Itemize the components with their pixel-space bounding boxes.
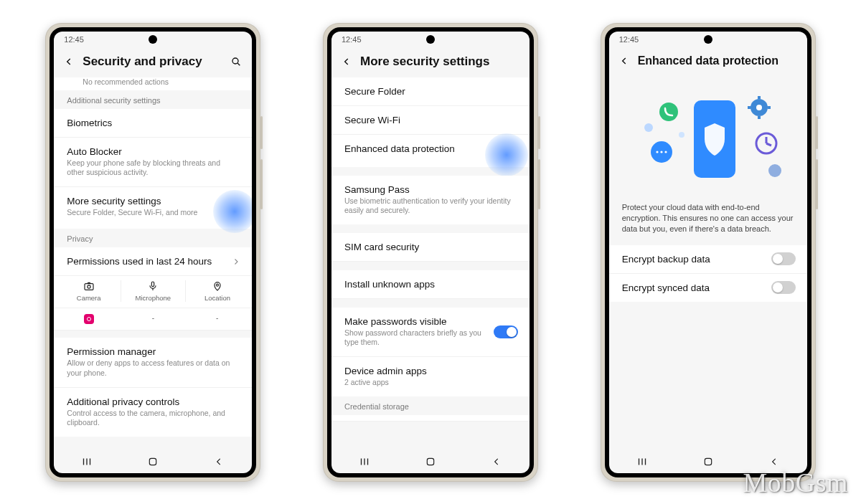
back-icon[interactable] xyxy=(342,57,352,67)
svg-point-30 xyxy=(644,123,653,132)
svg-point-31 xyxy=(679,132,684,138)
back-icon[interactable] xyxy=(619,56,629,66)
item-samsung-pass[interactable]: Samsung Pass Use biometric authenticatio… xyxy=(331,176,530,224)
permissions-columns: Camera Microphone Location xyxy=(54,276,252,308)
app-bar: Enhanced data protection xyxy=(609,47,807,76)
front-camera xyxy=(426,35,435,44)
svg-point-29 xyxy=(664,151,667,153)
item-auto-blocker[interactable]: Auto Blocker Keep your phone safe by blo… xyxy=(54,138,252,187)
item-secure-folder[interactable]: Secure Folder xyxy=(331,77,530,106)
nav-back-icon[interactable] xyxy=(767,457,781,467)
content-scroll[interactable]: Protect your cloud data with end-to-end … xyxy=(609,76,807,450)
nav-back-icon[interactable] xyxy=(489,457,504,467)
item-biometrics[interactable]: Biometrics xyxy=(54,109,252,138)
item-permissions-24h[interactable]: Permissions used in last 24 hours xyxy=(54,247,252,276)
content-scroll[interactable]: Secure Folder Secure Wi-Fi Enhanced data… xyxy=(331,77,530,450)
nav-recents-icon[interactable] xyxy=(357,455,372,468)
permissions-apps-row: - - xyxy=(54,308,252,331)
location-icon xyxy=(212,280,223,292)
status-time: 12:45 xyxy=(64,35,84,44)
status-bar: 12:45 xyxy=(54,32,252,47)
page-title: More security settings xyxy=(360,54,519,69)
page-title: Security and privacy xyxy=(83,54,222,69)
svg-point-28 xyxy=(660,151,662,153)
perm-camera-label: Camera xyxy=(77,294,101,302)
nav-bar xyxy=(331,450,530,473)
item-device-admin[interactable]: Device admin apps 2 active apps xyxy=(331,357,530,396)
search-icon[interactable] xyxy=(230,56,242,67)
status-bar: 12:45 xyxy=(331,32,530,47)
chevron-right-icon xyxy=(232,257,240,266)
nav-back-icon[interactable] xyxy=(212,457,226,467)
svg-line-24 xyxy=(766,143,771,146)
svg-point-0 xyxy=(232,58,238,64)
page-title: Enhanced data protection xyxy=(638,54,797,67)
item-permission-manager[interactable]: Permission manager Allow or deny apps to… xyxy=(54,338,252,387)
back-icon[interactable] xyxy=(64,57,74,67)
svg-point-3 xyxy=(88,285,90,288)
svg-rect-10 xyxy=(150,458,156,465)
nav-bar xyxy=(609,450,807,473)
feature-description: Protect your cloud data with end-to-end … xyxy=(609,198,807,245)
item-additional-privacy[interactable]: Additional privacy controls Control acce… xyxy=(54,388,252,437)
svg-point-17 xyxy=(756,105,762,110)
toggle-encrypt-backup[interactable] xyxy=(771,252,796,265)
svg-point-25 xyxy=(659,103,678,121)
front-camera xyxy=(149,35,157,44)
phone-mock-1: 12:45 Security and privacy No recommende… xyxy=(45,23,260,482)
status-time: 12:45 xyxy=(342,35,362,44)
status-bar: 12:45 xyxy=(609,32,807,47)
toggle-passwords-visible[interactable] xyxy=(494,325,518,338)
svg-point-6 xyxy=(217,285,219,287)
item-secure-wifi[interactable]: Secure Wi-Fi xyxy=(331,106,530,135)
item-install-unknown[interactable]: Install unknown apps xyxy=(331,270,530,299)
status-time: 12:45 xyxy=(619,35,639,44)
item-encrypt-backup[interactable]: Encrypt backup data xyxy=(609,245,807,274)
toggle-encrypt-synced[interactable] xyxy=(771,281,796,294)
item-enhanced-data-protection[interactable]: Enhanced data protection xyxy=(331,135,530,167)
nav-recents-icon[interactable] xyxy=(80,455,94,468)
nav-home-icon[interactable] xyxy=(146,456,160,467)
nav-home-icon[interactable] xyxy=(423,456,438,467)
svg-line-1 xyxy=(237,63,240,65)
item-encrypt-synced[interactable]: Encrypt synced data xyxy=(609,274,807,302)
item-more-security[interactable]: More security settings Secure Folder, Se… xyxy=(54,187,252,229)
phone-mock-2: 12:45 More security settings Secure Fold… xyxy=(323,23,538,482)
perm-loc-label: Location xyxy=(204,294,230,302)
section-additional-security: Additional security settings xyxy=(54,90,252,109)
microphone-icon xyxy=(147,280,159,292)
svg-rect-36 xyxy=(705,458,711,465)
content-scroll[interactable]: No recommended actions Additional securi… xyxy=(54,77,252,450)
no-recommended-hint: No recommended actions xyxy=(54,77,252,87)
section-credential-storage: Credential storage xyxy=(331,396,530,415)
app-bar: Security and privacy xyxy=(54,47,252,77)
nav-home-icon[interactable] xyxy=(701,456,715,467)
item-sim-security[interactable]: SIM card security xyxy=(331,233,530,262)
front-camera xyxy=(704,35,712,44)
svg-point-27 xyxy=(656,151,658,153)
app-bar: More security settings xyxy=(331,47,530,77)
item-cred-peek[interactable] xyxy=(331,415,530,422)
nav-bar xyxy=(54,450,252,473)
app-dot-icon xyxy=(84,314,94,324)
svg-rect-4 xyxy=(152,282,154,287)
perm-mic-label: Microphone xyxy=(136,294,171,302)
svg-rect-2 xyxy=(85,284,93,290)
camera-icon xyxy=(83,280,95,292)
hero-illustration xyxy=(609,76,807,198)
section-privacy: Privacy xyxy=(54,229,252,247)
svg-point-32 xyxy=(768,164,781,177)
nav-recents-icon[interactable] xyxy=(635,455,649,468)
item-passwords-visible[interactable]: Make passwords visible Show password cha… xyxy=(331,308,530,357)
svg-rect-14 xyxy=(427,458,433,465)
phone-mock-3: 12:45 Enhanced data protection xyxy=(601,23,816,482)
